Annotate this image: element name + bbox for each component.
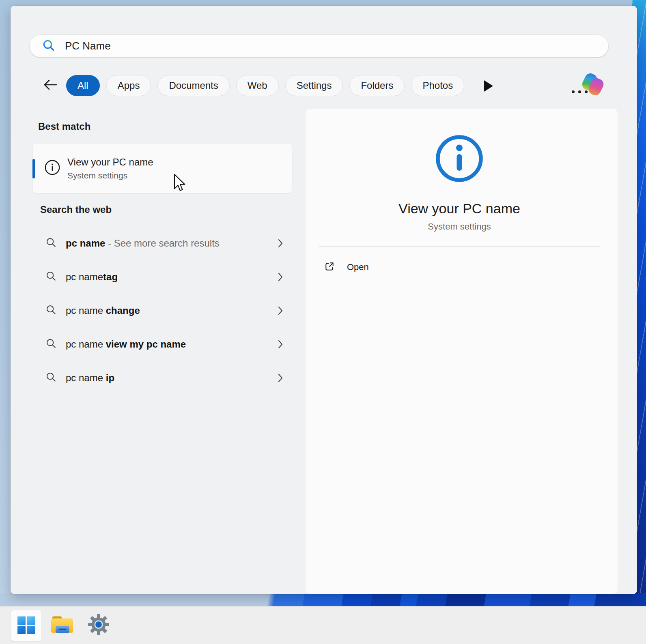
divider [319, 246, 600, 247]
copilot-button[interactable] [581, 73, 605, 97]
play-triangle-icon [484, 80, 493, 92]
tab-photos[interactable]: Photos [411, 75, 464, 96]
search-flyout-panel: PC Name All Apps Documents Web Settings … [11, 6, 637, 594]
magnifier-icon [45, 270, 57, 283]
web-suggestion[interactable]: pc name change [32, 298, 295, 324]
best-match-result[interactable]: View your PC name System settings [32, 143, 292, 193]
search-query-text: PC Name [65, 40, 111, 52]
result-subtitle: System settings [67, 171, 153, 180]
mouse-cursor [174, 174, 186, 193]
web-suggestion[interactable]: pc name - See more search results [32, 230, 295, 256]
magnifier-icon [45, 338, 57, 351]
web-suggestion[interactable]: pc name ip [32, 365, 295, 391]
folder-icon [51, 614, 74, 636]
web-suggestion[interactable]: pc name view my pc name [32, 331, 295, 357]
more-filters-button[interactable] [480, 79, 497, 92]
open-label: Open [347, 262, 369, 273]
chevron-right-icon [278, 273, 283, 283]
preview-pane: View your PC name System settings Open [306, 109, 618, 594]
taskbar [0, 606, 646, 644]
chevron-right-icon [278, 239, 283, 249]
ellipsis-icon [572, 90, 575, 93]
web-suggestion[interactable]: pc nametag [32, 264, 295, 290]
arrow-left-icon [43, 79, 58, 92]
chevron-right-icon [278, 306, 283, 317]
preview-subtitle: System settings [319, 221, 600, 232]
tab-apps[interactable]: Apps [106, 75, 151, 96]
wallpaper-bloom-strip [0, 593, 646, 606]
info-circle-icon-large [319, 134, 600, 185]
search-input[interactable]: PC Name [29, 34, 609, 58]
open-action[interactable]: Open [319, 257, 600, 278]
result-title: View your PC name [67, 157, 153, 168]
best-match-header: Best match [38, 121, 90, 132]
back-button[interactable] [40, 74, 61, 97]
tab-all[interactable]: All [66, 75, 100, 96]
info-circle-icon [44, 159, 61, 178]
gear-icon [88, 614, 110, 637]
chevron-right-icon [278, 374, 283, 384]
selection-accent-bar [32, 159, 35, 178]
file-explorer-button[interactable] [47, 610, 78, 641]
start-button[interactable] [11, 610, 42, 641]
magnifier-icon [45, 237, 57, 250]
windows-logo-icon [17, 616, 35, 634]
tab-documents[interactable]: Documents [157, 75, 229, 96]
chevron-right-icon [278, 340, 283, 350]
filter-tabs: All Apps Documents Web Settings Folders … [66, 74, 464, 97]
settings-button[interactable] [83, 610, 114, 641]
tab-settings[interactable]: Settings [285, 75, 343, 96]
magnifier-icon [45, 304, 57, 317]
magnifier-icon [45, 371, 57, 384]
tab-web[interactable]: Web [236, 75, 279, 96]
desktop: PC Name All Apps Documents Web Settings … [0, 0, 646, 644]
web-search-header: Search the web [40, 204, 112, 215]
preview-title: View your PC name [319, 201, 600, 217]
search-icon [42, 39, 55, 54]
tab-folders[interactable]: Folders [349, 75, 405, 96]
external-link-icon [324, 261, 335, 273]
